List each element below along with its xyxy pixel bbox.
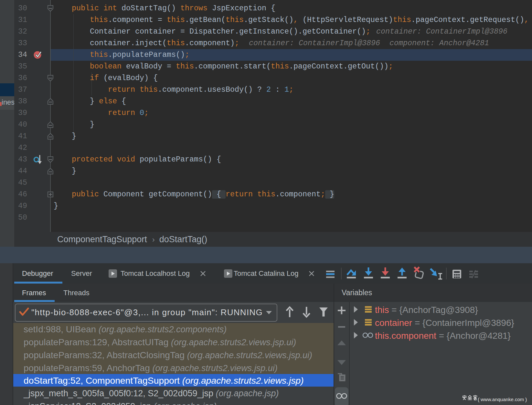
svg-text:): ) — [525, 397, 527, 402]
svg-text:(: ( — [478, 397, 480, 402]
svg-text:www.anquanke.com: www.anquanke.com — [480, 397, 524, 402]
